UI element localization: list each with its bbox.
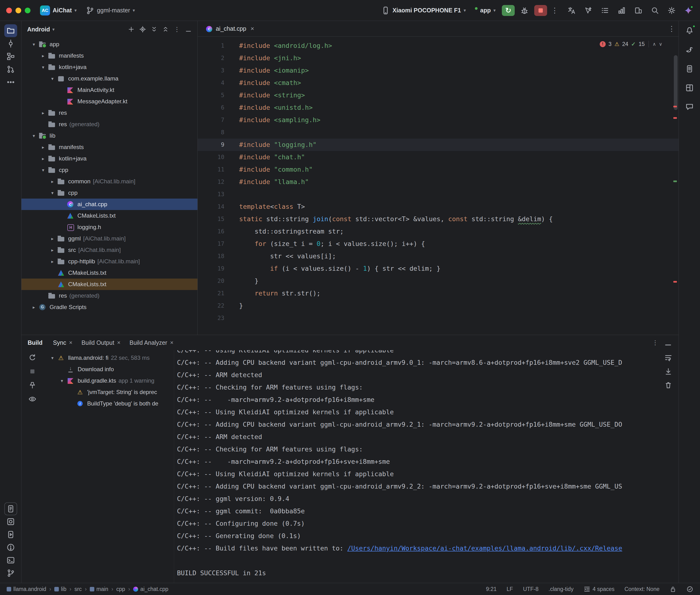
- collapse-all-button[interactable]: [160, 24, 171, 34]
- chevron-right-icon[interactable]: ▸: [48, 236, 57, 242]
- tool-gradle-button[interactable]: [683, 43, 696, 56]
- console-link[interactable]: /Users/hanyin/Workspace/ai-chat/examples…: [347, 544, 622, 552]
- build-tab-sync[interactable]: Sync×: [49, 337, 77, 348]
- build-event-download-info[interactable]: Download info: [43, 364, 174, 375]
- translate-button[interactable]: [566, 5, 577, 16]
- code-line-20[interactable]: 20 }: [198, 275, 678, 287]
- hide-tool-window-icon[interactable]: [664, 338, 672, 347]
- device-selector[interactable]: Xiaomi POCOPHONE F1 ▾: [379, 4, 469, 17]
- chevron-right-icon[interactable]: ▸: [48, 247, 57, 253]
- tool-more-button[interactable]: [4, 76, 17, 89]
- clear-button[interactable]: [664, 381, 672, 389]
- tool-logcat-button[interactable]: [4, 502, 17, 515]
- run-config-selector[interactable]: app ▾: [472, 5, 499, 16]
- chevron-right-icon[interactable]: ▸: [30, 305, 38, 310]
- debug-button[interactable]: [518, 5, 531, 16]
- code-line-9[interactable]: 9#include "logging.h": [198, 139, 678, 151]
- prev-issue-icon[interactable]: ∧: [653, 41, 656, 47]
- tree-item-messageadapter-kt[interactable]: MessageAdapter.kt: [22, 96, 197, 107]
- build-event-build-gradle-kts[interactable]: ▾build.gradle.ktsapp 1 warning: [43, 375, 174, 387]
- tree-item-cpp[interactable]: ▾cpp: [22, 187, 197, 199]
- tool-running-devices-button[interactable]: [4, 528, 17, 541]
- task-list-button[interactable]: [599, 5, 611, 16]
- build-kebab-icon[interactable]: ⋮: [651, 338, 660, 347]
- pin-button[interactable]: [28, 381, 36, 389]
- tree-item-kotlin-java[interactable]: ▾kotlin+java: [22, 61, 197, 73]
- zoom-window-button[interactable]: [25, 8, 30, 13]
- chevron-down-icon[interactable]: ▾: [48, 76, 57, 81]
- breadcrumb-ai-chat-cpp[interactable]: ai_chat.cpp: [133, 586, 168, 592]
- next-issue-icon[interactable]: ∨: [659, 41, 662, 47]
- rerun-button[interactable]: [28, 353, 36, 362]
- code-line-18[interactable]: 18 str << values[i];: [198, 250, 678, 262]
- tree-item-manifests[interactable]: ▸manifests: [22, 50, 197, 61]
- close-tab-icon[interactable]: ×: [251, 25, 254, 32]
- gemini-button[interactable]: [683, 5, 694, 16]
- expand-all-button[interactable]: [149, 24, 159, 34]
- ai-assist-button[interactable]: [583, 5, 594, 16]
- chevron-right-icon[interactable]: ▸: [48, 259, 57, 264]
- chevron-down-icon[interactable]: ▾: [30, 133, 38, 139]
- breadcrumb-cpp[interactable]: cpp: [116, 586, 125, 592]
- build-tab-build-output[interactable]: Build Output×: [78, 337, 124, 348]
- stop-button[interactable]: [28, 367, 36, 375]
- tree-item-cmakelists-txt[interactable]: CMakeLists.txt: [22, 210, 197, 221]
- code-line-3[interactable]: 3#include <iomanip>: [198, 64, 678, 77]
- breadcrumb-llama-android[interactable]: llama.android: [7, 586, 46, 592]
- plus-button[interactable]: [126, 24, 137, 34]
- status-unlock[interactable]: [670, 586, 676, 593]
- code-line-15[interactable]: 15static std::string join(const std::vec…: [198, 213, 678, 225]
- chevron-down-icon[interactable]: ▾: [48, 355, 57, 361]
- tool-terminal-button[interactable]: [4, 554, 17, 567]
- inspections-widget[interactable]: ! 3 ⚠ 24 ✓ 15 ∧ ∨: [597, 39, 665, 49]
- tool-layout-inspector-button[interactable]: [683, 81, 696, 94]
- chevron-down-icon[interactable]: ▾: [30, 42, 38, 47]
- code-line-12[interactable]: 12#include "llama.h": [198, 176, 678, 188]
- code-area[interactable]: 1#include <android/log.h>2#include <jni.…: [198, 37, 678, 335]
- build-event-jvmtarget-string-is-deprec[interactable]: 'jvmTarget: String' is deprec: [43, 387, 174, 398]
- tree-item-cmakelists-txt[interactable]: CMakeLists.txt: [22, 279, 197, 290]
- tree-item-gradle-scripts[interactable]: ▸Gradle Scripts: [22, 302, 197, 313]
- locate-button[interactable]: [137, 24, 148, 34]
- code-line-23[interactable]: 23: [198, 312, 678, 324]
- tool-notifications-button[interactable]: [683, 24, 696, 37]
- breadcrumb-lib[interactable]: lib: [54, 586, 66, 592]
- project-selector[interactable]: AC AiChat ▾: [37, 4, 80, 18]
- search-button[interactable]: [649, 5, 661, 16]
- build-console[interactable]: C/C++: -- Using KleidiAI optimized kerne…: [174, 350, 658, 583]
- device-manager-button[interactable]: [633, 5, 644, 16]
- tool-version-control-button[interactable]: [4, 567, 17, 579]
- code-line-4[interactable]: 4#include <cmath>: [198, 77, 678, 89]
- code-line-5[interactable]: 5#include <string>: [198, 89, 678, 102]
- tree-item-mainactivity-kt[interactable]: MainActivity.kt: [22, 84, 197, 96]
- code-line-19[interactable]: 19 if (i < values.size() - 1) { str << d…: [198, 262, 678, 275]
- scroll-end-button[interactable]: [664, 367, 672, 375]
- tree-item-app[interactable]: ▾app: [22, 38, 197, 50]
- titlebar-kebab-icon[interactable]: ⋮: [551, 6, 559, 15]
- tree-item-cmakelists-txt[interactable]: CMakeLists.txt: [22, 267, 197, 279]
- close-tab-icon[interactable]: ×: [170, 339, 173, 346]
- profiler-button[interactable]: [616, 5, 627, 16]
- code-line-2[interactable]: 2#include <jni.h>: [198, 52, 678, 64]
- status-context-none[interactable]: Context: None: [624, 586, 660, 592]
- tree-item-ggml[interactable]: ▸ggml[AiChat.lib.main]: [22, 233, 197, 244]
- tool-structure-button[interactable]: [4, 50, 17, 63]
- chevron-right-icon[interactable]: ▸: [39, 110, 47, 116]
- tool-pull-requests-button[interactable]: [4, 63, 17, 76]
- tab-bar-kebab-icon[interactable]: ⋮: [668, 25, 675, 33]
- status-lf[interactable]: LF: [507, 586, 513, 592]
- tree-item-manifests[interactable]: ▸manifests: [22, 141, 197, 153]
- tree-item-res[interactable]: res(generated): [22, 119, 197, 130]
- status-inspections[interactable]: [687, 586, 693, 593]
- breadcrumb-src[interactable]: src: [74, 586, 82, 592]
- project-view-selector[interactable]: Android: [27, 26, 50, 33]
- status-4-spaces[interactable]: 4 spaces: [584, 586, 615, 593]
- code-line-14[interactable]: 14template<class T>: [198, 200, 678, 213]
- stop-button[interactable]: [534, 5, 547, 16]
- code-line-17[interactable]: 17 for (size_t i = 0; i < values.size();…: [198, 237, 678, 250]
- build-event-buildtype-debug-is-both-de[interactable]: BuildType 'debug' is both de: [43, 398, 174, 409]
- code-line-10[interactable]: 10#include "chat.h": [198, 151, 678, 163]
- chevron-down-icon[interactable]: ▾: [39, 64, 47, 70]
- tool-device-explorer-button[interactable]: [683, 62, 696, 75]
- build-tab-build-analyzer[interactable]: Build Analyzer×: [126, 337, 177, 348]
